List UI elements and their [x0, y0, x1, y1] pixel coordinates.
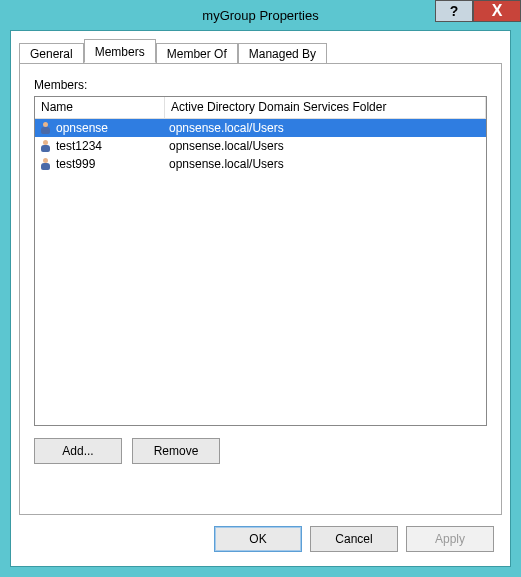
list-body: opnsense opnsense.local/Users test1234 o… [35, 119, 486, 173]
help-button[interactable]: ? [435, 0, 473, 22]
column-header-folder[interactable]: Active Directory Domain Services Folder [165, 97, 486, 118]
close-icon: X [492, 2, 503, 20]
close-button[interactable]: X [473, 0, 521, 22]
client-area: General Members Member Of Managed By Mem… [10, 30, 511, 567]
table-row[interactable]: test999 opnsense.local/Users [35, 155, 486, 173]
tab-member-of[interactable]: Member Of [156, 43, 238, 64]
tab-managed-by[interactable]: Managed By [238, 43, 327, 64]
titlebar-buttons: ? X [435, 0, 521, 24]
tabstrip: General Members Member Of Managed By [11, 31, 510, 63]
dialog-button-row: OK Cancel Apply [214, 526, 494, 552]
apply-button[interactable]: Apply [406, 526, 494, 552]
ok-button[interactable]: OK [214, 526, 302, 552]
remove-button[interactable]: Remove [132, 438, 220, 464]
row-folder: opnsense.local/Users [165, 139, 486, 153]
properties-dialog: myGroup Properties ? X General Members M… [0, 0, 521, 577]
row-name: test1234 [56, 139, 102, 153]
members-panel: Members: Name Active Directory Domain Se… [19, 63, 502, 515]
tab-general[interactable]: General [19, 43, 84, 64]
titlebar[interactable]: myGroup Properties ? X [0, 0, 521, 30]
column-header-name[interactable]: Name [35, 97, 165, 118]
user-icon [39, 121, 53, 135]
members-label: Members: [34, 78, 487, 92]
members-listview[interactable]: Name Active Directory Domain Services Fo… [34, 96, 487, 426]
cancel-button[interactable]: Cancel [310, 526, 398, 552]
add-button[interactable]: Add... [34, 438, 122, 464]
row-folder: opnsense.local/Users [165, 157, 486, 171]
table-row[interactable]: test1234 opnsense.local/Users [35, 137, 486, 155]
row-name: opnsense [56, 121, 108, 135]
row-folder: opnsense.local/Users [165, 121, 486, 135]
window-title: myGroup Properties [202, 8, 318, 23]
user-icon [39, 139, 53, 153]
help-icon: ? [450, 3, 459, 19]
user-icon [39, 157, 53, 171]
members-button-row: Add... Remove [34, 438, 487, 464]
row-name: test999 [56, 157, 95, 171]
table-row[interactable]: opnsense opnsense.local/Users [35, 119, 486, 137]
tab-members[interactable]: Members [84, 39, 156, 63]
list-header: Name Active Directory Domain Services Fo… [35, 97, 486, 119]
